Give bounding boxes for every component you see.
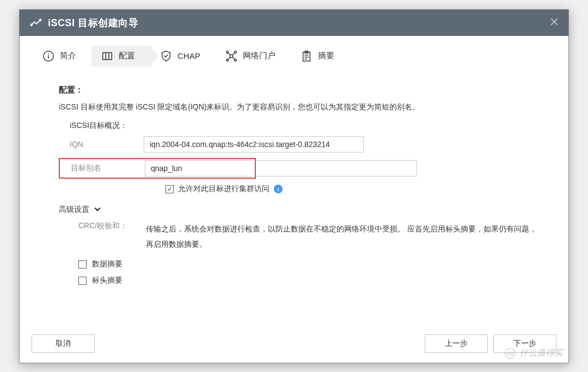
- section-title: 配置：: [59, 85, 537, 95]
- stepper: 简介 配置 CHAP: [20, 36, 568, 74]
- data-digest-row: 数据摘要: [78, 259, 537, 269]
- cluster-access-row: 允许对此目标进行集群访问 i: [166, 184, 537, 194]
- close-icon[interactable]: [549, 16, 560, 27]
- step-portal[interactable]: 网络门户: [216, 46, 291, 66]
- svg-line-15: [228, 53, 230, 55]
- svg-point-11: [226, 51, 229, 53]
- prev-button[interactable]: 上一步: [425, 334, 488, 353]
- target-overview-label: iSCSI目标概况：: [70, 121, 537, 131]
- content-area: 配置： iSCSI 目标使用其完整 iSCSI 限定域名(IQN)来标识。为了更…: [20, 74, 568, 325]
- advanced-toggle[interactable]: 高级设置: [59, 205, 537, 215]
- titlebar-title: iSCSI 目标创建向导: [48, 16, 138, 29]
- step-intro[interactable]: 简介: [33, 46, 91, 66]
- svg-point-12: [234, 51, 236, 53]
- svg-point-0: [30, 24, 32, 26]
- iqn-value-box: iqn.2004-04.com.qnap:ts-464c2:iscsi.targ…: [144, 136, 364, 153]
- shield-check-icon: [160, 50, 172, 62]
- header-digest-checkbox[interactable]: [78, 277, 87, 285]
- info-icon[interactable]: i: [274, 185, 283, 193]
- svg-line-17: [228, 57, 230, 59]
- iqn-label: IQN: [59, 140, 144, 149]
- chevron-down-icon: [94, 205, 101, 214]
- cancel-button[interactable]: 取消: [32, 334, 95, 353]
- step-label: 配置: [119, 51, 135, 61]
- svg-point-1: [40, 19, 41, 21]
- titlebar: iSCSI 目标创建向导: [20, 10, 568, 36]
- iqn-row: IQN iqn.2004-04.com.qnap:ts-464c2:iscsi.…: [59, 136, 537, 153]
- svg-rect-7: [103, 52, 112, 59]
- data-digest-checkbox[interactable]: [78, 260, 87, 269]
- alias-label: 目标别名: [60, 163, 145, 173]
- alias-row: 目标别名: [59, 158, 537, 179]
- step-chap[interactable]: CHAP: [150, 46, 216, 66]
- cluster-access-label: 允许对此目标进行集群访问: [178, 184, 270, 194]
- svg-line-18: [232, 57, 235, 59]
- header-digest-row: 标头摘要: [78, 276, 537, 285]
- alias-input[interactable]: [145, 160, 252, 176]
- svg-line-16: [232, 53, 235, 55]
- step-label: 简介: [60, 51, 76, 61]
- step-label: 摘要: [318, 51, 334, 61]
- alias-highlight: 目标别名: [59, 158, 256, 179]
- iscsi-icon: [29, 16, 42, 29]
- svg-point-6: [48, 53, 49, 54]
- footer: 取消 上一步 下一步: [20, 325, 568, 363]
- alias-input-tail[interactable]: [256, 160, 417, 176]
- step-summary[interactable]: 摘要: [291, 46, 350, 66]
- clipboard-icon: [301, 50, 313, 62]
- info-circle-icon: [42, 50, 54, 62]
- step-label: 网络门户: [243, 51, 275, 61]
- wizard-dialog: iSCSI 目标创建向导 简介 配置: [19, 9, 569, 363]
- step-config[interactable]: 配置: [91, 46, 150, 66]
- crc-label: CRC/校验和：: [59, 221, 146, 252]
- svg-point-13: [226, 59, 229, 61]
- columns-icon: [101, 50, 113, 62]
- next-button[interactable]: 下一步: [493, 334, 556, 353]
- step-label: CHAP: [177, 51, 200, 60]
- svg-point-14: [234, 59, 236, 61]
- crc-row: CRC/校验和： 传输之后，系统会对数据进行检查，以防止数据在不稳定的网络环境中…: [59, 221, 537, 252]
- data-digest-label: 数据摘要: [92, 259, 122, 269]
- cluster-access-checkbox[interactable]: [166, 185, 174, 193]
- advanced-label: 高级设置: [59, 205, 89, 215]
- section-description: iSCSI 目标使用其完整 iSCSI 限定域名(IQN)来标识。为了更容易识别…: [59, 101, 537, 114]
- network-icon: [225, 50, 237, 62]
- crc-description: 传输之后，系统会对数据进行检查，以防止数据在不稳定的网络环境中受损。 应首先启用…: [146, 221, 537, 252]
- header-digest-label: 标头摘要: [92, 276, 122, 285]
